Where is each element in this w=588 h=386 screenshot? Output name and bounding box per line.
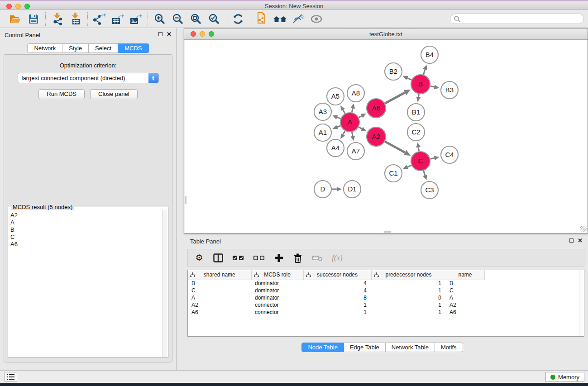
function-builder-icon[interactable]: f(x) <box>332 252 343 264</box>
resize-grip-icon[interactable] <box>580 226 587 232</box>
cell-predecessor-nodes[interactable]: 1 <box>371 309 446 316</box>
tab-style[interactable]: Style <box>62 43 89 53</box>
tab-network-table[interactable]: Network Table <box>386 343 435 352</box>
cell-successor-nodes[interactable]: 4 <box>303 280 371 287</box>
node-A1[interactable]: A1 <box>314 124 331 141</box>
network-graph[interactable]: B4B2BB3A5A8A6B1A3AC2A1A2A4A7C4CC1C3DD1 <box>185 40 587 233</box>
tab-edge-table[interactable]: Edge Table <box>344 343 386 352</box>
node-A4[interactable]: A4 <box>327 139 344 157</box>
cell-name[interactable]: B <box>446 280 484 287</box>
edge-C-C1[interactable] <box>407 165 411 167</box>
close-panel-icon[interactable]: ✕ <box>167 32 172 37</box>
edge-A-A2[interactable] <box>359 127 362 129</box>
close-panel-button[interactable]: Close panel <box>90 89 138 99</box>
node-table-grid[interactable]: shared nameMCDS rolesuccessor nodesprede… <box>188 270 485 316</box>
cell-name[interactable]: A <box>446 294 484 301</box>
refresh-icon[interactable] <box>230 12 246 26</box>
table-scrollbar[interactable] <box>579 270 584 336</box>
export-table-icon[interactable] <box>110 12 125 26</box>
cell-shared-name[interactable]: A2 <box>188 301 251 309</box>
zoom-selected-icon[interactable] <box>206 12 222 26</box>
edge-C-C2[interactable] <box>418 148 419 152</box>
edge-A-A1[interactable] <box>337 126 341 127</box>
edge-A-A8[interactable] <box>352 108 353 112</box>
column-header-predecessor-nodes[interactable]: predecessor nodes <box>371 270 446 280</box>
edge-C-C4[interactable] <box>430 158 434 159</box>
open-session-icon[interactable] <box>8 12 23 26</box>
float-table-panel-icon[interactable] <box>569 238 574 243</box>
cell-predecessor-nodes[interactable]: 1 <box>371 287 446 294</box>
delete-table-icon[interactable] <box>312 252 323 264</box>
export-image-icon[interactable] <box>128 12 143 26</box>
network-canvas[interactable]: B4B2BB3A5A8A6B1A3AC2A1A2A4A7C4CC1C3DD1 <box>185 40 587 233</box>
node-A5[interactable]: A5 <box>327 88 344 105</box>
edge-B-B3[interactable] <box>430 86 435 87</box>
cell-shared-name[interactable]: A <box>188 294 251 301</box>
cell-MCDS-role[interactable]: dominator <box>251 287 303 294</box>
cell-name[interactable]: A2 <box>446 301 484 309</box>
cell-successor-nodes[interactable]: 1 <box>303 309 371 316</box>
tab-node-table[interactable]: Node Table <box>301 343 344 352</box>
add-column-icon[interactable] <box>274 252 284 264</box>
node-C2[interactable]: C2 <box>407 124 425 141</box>
cell-name[interactable]: C <box>446 287 484 294</box>
column-header-shared-name[interactable]: shared name <box>188 270 251 280</box>
node-B2[interactable]: B2 <box>385 63 402 80</box>
zoom-out-icon[interactable] <box>170 12 186 26</box>
edge-A-A7[interactable] <box>352 132 353 136</box>
node-A3[interactable]: A3 <box>314 103 331 120</box>
split-view-icon[interactable] <box>213 252 223 264</box>
edge-B-B1[interactable] <box>418 94 419 97</box>
network-vertical-scrollbar[interactable] <box>185 196 186 204</box>
table-settings-icon[interactable]: ⚙ <box>194 252 204 264</box>
new-network-from-selection-icon[interactable] <box>254 12 270 26</box>
cell-predecessor-nodes[interactable]: 0 <box>371 294 446 301</box>
node-B4[interactable]: B4 <box>421 46 438 63</box>
export-network-icon[interactable] <box>92 12 107 26</box>
mcds-result-item[interactable]: C <box>10 234 162 241</box>
mcds-result-item[interactable]: A <box>10 219 162 226</box>
mcds-result-item[interactable]: A6 <box>10 241 162 248</box>
cell-MCDS-role[interactable]: dominator <box>251 294 303 301</box>
cell-shared-name[interactable]: B <box>188 280 251 287</box>
deselect-all-icon[interactable] <box>253 252 265 264</box>
memory-button[interactable]: Memory <box>545 372 584 382</box>
hide-panels-icon[interactable] <box>291 12 306 26</box>
close-table-panel-icon[interactable]: ✕ <box>578 238 583 243</box>
task-history-button[interactable] <box>5 372 17 381</box>
edge-A-A4[interactable] <box>343 131 345 134</box>
cell-predecessor-nodes[interactable]: 1 <box>371 280 446 287</box>
node-A2[interactable]: A2 <box>367 127 386 146</box>
save-session-icon[interactable] <box>26 12 41 26</box>
import-network-icon[interactable] <box>50 12 65 26</box>
cell-name[interactable]: A6 <box>446 309 484 316</box>
delete-column-icon[interactable] <box>293 252 303 264</box>
network-window-titlebar[interactable]: testGlobe.txt <box>184 29 588 40</box>
zoom-fit-icon[interactable] <box>188 12 204 26</box>
table-row[interactable]: Adominator80A <box>188 294 484 301</box>
edge-A2-C[interactable] <box>385 142 405 153</box>
network-horizontal-scrollbar[interactable] <box>384 231 391 233</box>
edge-A-A6[interactable] <box>359 116 362 118</box>
zoom-in-icon[interactable] <box>152 12 167 26</box>
node-B[interactable]: B <box>411 75 430 94</box>
node-A[interactable]: A <box>340 113 359 132</box>
mcds-result-item[interactable]: A2 <box>10 212 162 219</box>
edge-C-C3[interactable] <box>424 171 425 176</box>
node-B1[interactable]: B1 <box>407 104 425 121</box>
mcds-list-scrollbar[interactable] <box>162 210 167 357</box>
cell-MCDS-role[interactable]: connector <box>251 301 303 309</box>
edge-A-A3[interactable] <box>337 117 341 119</box>
column-header-successor-nodes[interactable]: successor nodes <box>303 270 371 280</box>
search-input[interactable] <box>450 14 584 24</box>
cell-MCDS-role[interactable]: dominator <box>251 280 303 287</box>
float-panel-icon[interactable] <box>158 32 163 36</box>
home-views-icon[interactable] <box>272 12 288 26</box>
cell-predecessor-nodes[interactable]: 1 <box>371 301 446 309</box>
import-table-icon[interactable] <box>68 12 83 26</box>
select-all-icon[interactable] <box>232 252 244 264</box>
node-C1[interactable]: C1 <box>385 165 402 182</box>
mcds-result-item[interactable]: B <box>10 226 162 234</box>
node-C4[interactable]: C4 <box>441 146 458 163</box>
table-row[interactable]: Bdominator41B <box>188 280 484 287</box>
